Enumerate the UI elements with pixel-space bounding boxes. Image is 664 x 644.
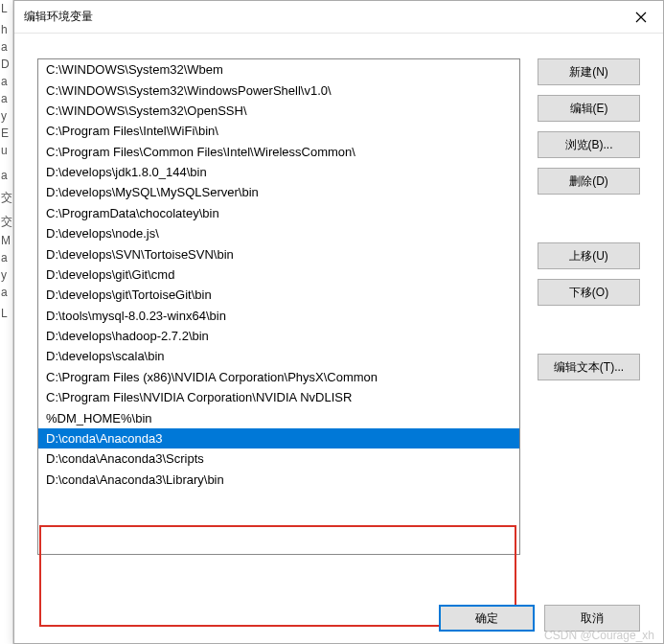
titlebar: 编辑环境变量 xyxy=(14,1,663,34)
cancel-button[interactable]: 取消 xyxy=(544,605,640,632)
bg-char: M xyxy=(0,232,12,249)
move-up-button[interactable]: 上移(U) xyxy=(538,242,640,269)
list-item[interactable]: D:\develops\SVN\TortoiseSVN\bin xyxy=(38,243,519,264)
background-strip: LhaDaayEua交交MayaL xyxy=(0,0,13,644)
list-item[interactable]: C:\WINDOWS\System32\Wbem xyxy=(38,59,519,80)
bg-char: a xyxy=(0,90,12,107)
list-item[interactable]: D:\tools\mysql-8.0.23-winx64\bin xyxy=(38,306,519,326)
list-item[interactable]: C:\Program Files\Common Files\Intel\Wire… xyxy=(38,142,519,162)
spacer xyxy=(538,204,640,242)
bg-char: L xyxy=(0,0,12,17)
edit-button[interactable]: 编辑(E) xyxy=(538,95,640,122)
list-item[interactable]: D:\conda\Anaconda3 xyxy=(38,428,519,448)
list-item[interactable]: D:\develops\git\TortoiseGit\bin xyxy=(38,285,519,305)
spacer xyxy=(538,315,640,354)
list-item[interactable]: C:\Program Files (x86)\NVIDIA Corporatio… xyxy=(38,367,519,387)
list-wrapper: C:\WINDOWS\System32\WbemC:\WINDOWS\Syste… xyxy=(37,58,520,555)
dialog-title: 编辑环境变量 xyxy=(24,9,93,25)
delete-button[interactable]: 删除(D) xyxy=(538,168,640,195)
bg-char: y xyxy=(0,266,12,284)
close-icon xyxy=(635,12,647,23)
watermark: CSDN @Courage_xh xyxy=(544,629,654,642)
list-item[interactable]: D:\conda\Anaconda3\Scripts xyxy=(38,448,519,469)
list-item[interactable]: D:\develops\hadoop-2.7.2\bin xyxy=(38,326,519,346)
list-item[interactable]: C:\ProgramData\chocolatey\bin xyxy=(38,203,519,223)
list-item[interactable]: C:\WINDOWS\System32\WindowsPowerShell\v1… xyxy=(38,80,519,100)
bg-char: a xyxy=(0,73,12,90)
list-item[interactable]: %DM_HOME%\bin xyxy=(38,407,519,427)
new-button[interactable]: 新建(N) xyxy=(538,58,640,85)
bg-char: a xyxy=(0,38,12,56)
bg-char: u xyxy=(0,142,12,159)
browse-button[interactable]: 浏览(B)... xyxy=(538,131,640,158)
bg-char: a xyxy=(0,167,12,184)
bg-char: y xyxy=(0,107,12,125)
list-item[interactable]: D:\develops\node.js\ xyxy=(38,223,519,243)
list-item[interactable]: C:\WINDOWS\System32\OpenSSH\ xyxy=(38,101,519,121)
bg-char: h xyxy=(0,21,12,38)
list-item[interactable]: D:\develops\scala\bin xyxy=(38,346,519,366)
bottom-buttons: 确定 取消 xyxy=(439,605,640,632)
bg-char: L xyxy=(0,305,12,322)
bg-char: E xyxy=(0,125,12,142)
bg-char: 交 xyxy=(0,212,12,232)
close-button[interactable] xyxy=(619,1,663,34)
list-item[interactable]: C:\Program Files\Intel\WiFi\bin\ xyxy=(38,121,519,141)
ok-button[interactable]: 确定 xyxy=(439,605,535,632)
edit-env-var-dialog: 编辑环境变量 C:\WINDOWS\System32\WbemC:\WINDOW… xyxy=(13,0,664,644)
bg-char: a xyxy=(0,284,12,301)
list-item[interactable]: D:\conda\Anaconda3\Library\bin xyxy=(38,470,519,490)
list-item[interactable]: D:\develops\jdk1.8.0_144\bin xyxy=(38,162,519,182)
list-item[interactable]: D:\develops\git\Git\cmd xyxy=(38,264,519,285)
bg-char: 交 xyxy=(0,188,12,208)
edit-text-button[interactable]: 编辑文本(T)... xyxy=(538,354,640,380)
side-buttons: 新建(N) 编辑(E) 浏览(B)... 删除(D) 上移(U) 下移(O) 编… xyxy=(538,58,640,555)
list-item[interactable]: D:\develops\MySQL\MySQLServer\bin xyxy=(38,182,519,202)
bg-char: D xyxy=(0,56,12,73)
list-item[interactable]: C:\Program Files\NVIDIA Corporation\NVID… xyxy=(38,387,519,407)
dialog-content: C:\WINDOWS\System32\WbemC:\WINDOWS\Syste… xyxy=(14,34,663,564)
move-down-button[interactable]: 下移(O) xyxy=(538,279,640,306)
path-listbox[interactable]: C:\WINDOWS\System32\WbemC:\WINDOWS\Syste… xyxy=(37,58,520,555)
bg-char: a xyxy=(0,249,12,266)
